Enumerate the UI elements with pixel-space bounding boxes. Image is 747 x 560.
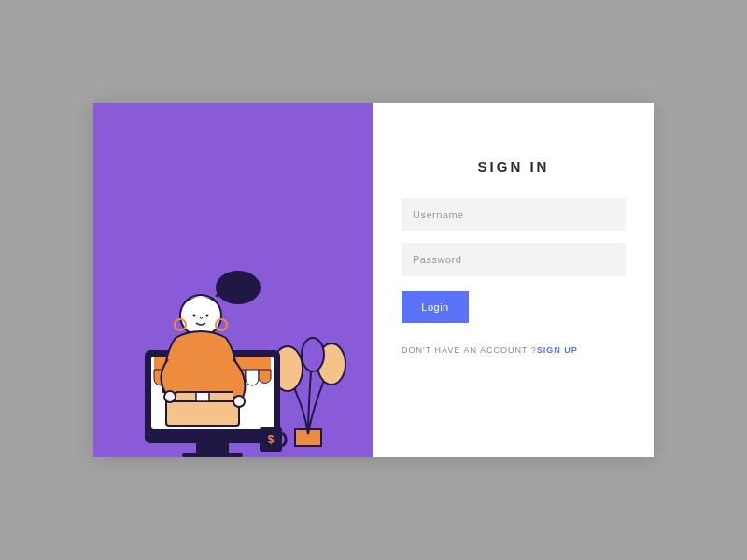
svg-point-16 <box>193 315 196 317</box>
signin-title: SIGN IN <box>402 159 626 175</box>
signup-row: DON'T HAVE AN ACCOUNT ?SIGN UP <box>402 345 626 355</box>
form-panel: SIGN IN Login DON'T HAVE AN ACCOUNT ?SIG… <box>374 103 654 457</box>
svg-point-3 <box>302 338 324 371</box>
svg-text:$: $ <box>268 433 275 446</box>
svg-point-20 <box>164 391 176 402</box>
svg-point-14 <box>216 271 261 304</box>
illustration-panel: $ <box>93 103 374 457</box>
username-input[interactable] <box>402 198 626 231</box>
svg-point-17 <box>206 315 209 317</box>
password-input[interactable] <box>402 243 626 276</box>
svg-rect-7 <box>182 453 243 457</box>
signup-link[interactable]: SIGN UP <box>537 345 578 355</box>
svg-rect-6 <box>196 443 229 453</box>
svg-point-21 <box>233 396 245 407</box>
signup-prompt: DON'T HAVE AN ACCOUNT ? <box>402 345 537 355</box>
login-button[interactable]: Login <box>402 291 469 323</box>
shop-illustration: $ <box>93 261 374 457</box>
login-card: $ <box>93 103 654 457</box>
